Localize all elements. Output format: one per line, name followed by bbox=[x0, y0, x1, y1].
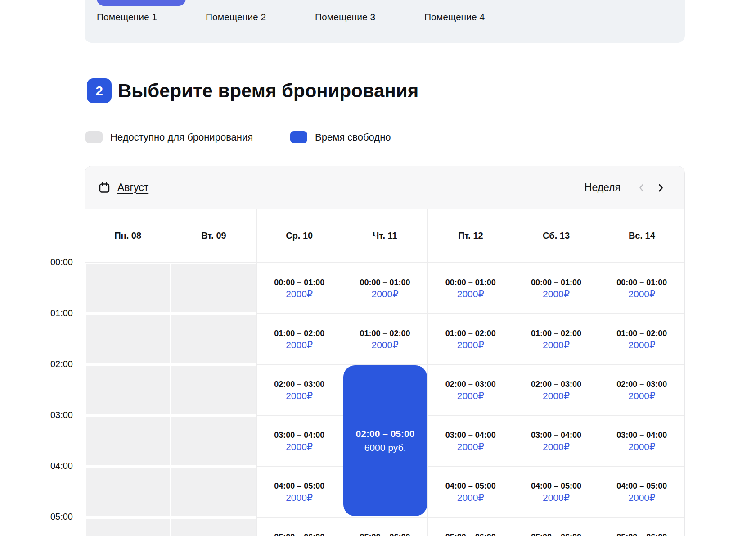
slot-cell[interactable]: 02:00 – 03:002000₽ bbox=[256, 365, 342, 416]
slot-cell[interactable]: 00:00 – 01:002000₽ bbox=[599, 263, 684, 314]
selected-slot-price: 6000 руб. bbox=[364, 442, 406, 453]
slot-cell[interactable]: 01:00 – 02:002000₽ bbox=[599, 314, 684, 365]
room-tab-1[interactable]: Помещение 1 bbox=[97, 12, 157, 23]
legend-unavailable: Недоступно для бронирования bbox=[86, 131, 253, 143]
day-header-row: Пн. 08Вт. 09Ср. 10Чт. 11Пт. 12Сб. 13Вс. … bbox=[85, 209, 684, 263]
slot-time-range: 02:00 – 03:00 bbox=[599, 380, 684, 389]
chevron-right-icon bbox=[655, 182, 666, 194]
slot-cell[interactable]: 05:00 – 06:002000₽ bbox=[428, 518, 513, 536]
slot-cell[interactable]: 04:00 – 05:002000₽ bbox=[428, 467, 513, 518]
slot-cell[interactable]: 04:00 – 05:002000₽ bbox=[599, 467, 684, 518]
slot-price: 2000₽ bbox=[513, 390, 598, 402]
slot-price: 2000₽ bbox=[513, 288, 598, 300]
chevron-left-icon bbox=[636, 182, 648, 194]
selected-slot-range: 02:00 – 05:00 bbox=[356, 428, 415, 439]
slot-time-range: 02:00 – 03:00 bbox=[513, 380, 598, 389]
slot-time-range: 05:00 – 06:00 bbox=[257, 532, 342, 536]
unavailable-block bbox=[171, 315, 255, 363]
slot-time-range: 01:00 – 02:00 bbox=[513, 329, 598, 338]
slot-price: 2000₽ bbox=[513, 491, 598, 504]
slot-cell[interactable]: 05:00 – 06:002000₽ bbox=[342, 518, 428, 536]
step-number-badge: 2 bbox=[87, 78, 112, 103]
slot-cell[interactable]: 04:00 – 05:002000₽ bbox=[513, 467, 598, 518]
next-week-button[interactable] bbox=[654, 182, 667, 194]
slot-price: 2000₽ bbox=[599, 491, 684, 504]
slot-price: 2000₽ bbox=[257, 339, 342, 351]
slot-cell-unavailable bbox=[171, 518, 256, 536]
slot-time-range: 04:00 – 05:00 bbox=[257, 481, 342, 491]
slot-cell[interactable]: 03:00 – 04:002000₽ bbox=[428, 416, 513, 467]
slot-cell[interactable]: 00:00 – 01:002000₽ bbox=[342, 263, 428, 314]
step-title: Выберите время бронирования bbox=[118, 78, 418, 103]
legend-unavailable-swatch bbox=[86, 131, 103, 143]
slot-cell-unavailable bbox=[85, 314, 171, 365]
slot-price: 2000₽ bbox=[599, 288, 684, 300]
slot-time-range: 04:00 – 05:00 bbox=[428, 481, 513, 491]
slot-time-range: 04:00 – 05:00 bbox=[513, 481, 598, 491]
time-axis-label: 00:00 bbox=[35, 256, 73, 268]
time-axis-label: 04:00 bbox=[35, 460, 73, 472]
slot-cell[interactable]: 03:00 – 04:002000₽ bbox=[256, 416, 342, 467]
slot-cell[interactable]: 01:00 – 02:002000₽ bbox=[342, 314, 428, 365]
slot-price: 2000₽ bbox=[257, 288, 342, 300]
selected-slot-block[interactable]: 02:00 – 05:00 6000 руб. bbox=[343, 365, 427, 516]
day-header-3: Ср. 10 bbox=[256, 209, 342, 262]
view-label: Неделя bbox=[585, 182, 621, 194]
slot-time-range: 03:00 – 04:00 bbox=[428, 431, 513, 440]
slot-cell-unavailable bbox=[171, 467, 256, 518]
unavailable-block bbox=[171, 366, 255, 414]
time-axis-label: 02:00 bbox=[35, 358, 73, 370]
slot-price: 2000₽ bbox=[599, 339, 684, 351]
room-tab-3[interactable]: Помещение 3 bbox=[315, 12, 375, 23]
slot-price: 2000₽ bbox=[428, 339, 513, 351]
slot-cell[interactable]: 01:00 – 02:002000₽ bbox=[513, 314, 598, 365]
slot-cell[interactable]: 05:00 – 06:002000₽ bbox=[599, 518, 684, 536]
slot-cell[interactable]: 02:00 – 03:002000₽ bbox=[428, 365, 513, 416]
legend-available-swatch bbox=[290, 131, 307, 143]
unavailable-block bbox=[86, 417, 170, 465]
month-label[interactable]: Август bbox=[117, 182, 148, 194]
slot-cell-unavailable bbox=[171, 314, 256, 365]
room-tab-2[interactable]: Помещение 2 bbox=[206, 12, 266, 23]
unavailable-block bbox=[86, 264, 170, 312]
slot-cell[interactable]: 03:00 – 04:002000₽ bbox=[599, 416, 684, 467]
day-header-6: Сб. 13 bbox=[513, 209, 598, 262]
slot-cell[interactable]: 00:00 – 01:002000₽ bbox=[513, 263, 598, 314]
slot-time-range: 00:00 – 01:00 bbox=[428, 278, 513, 287]
room-tab-4[interactable]: Помещение 4 bbox=[424, 12, 485, 23]
slot-cell[interactable]: 01:00 – 02:002000₽ bbox=[256, 314, 342, 365]
slot-cell[interactable]: 01:00 – 02:002000₽ bbox=[428, 314, 513, 365]
slot-cell[interactable]: 02:00 – 03:002000₽ bbox=[513, 365, 598, 416]
active-tab-pill[interactable] bbox=[97, 0, 186, 6]
slot-time-range: 01:00 – 02:00 bbox=[428, 329, 513, 338]
time-axis-label: 03:00 bbox=[35, 409, 73, 421]
slot-cell[interactable]: 03:00 – 04:002000₽ bbox=[513, 416, 598, 467]
slot-cell[interactable]: 00:00 – 01:002000₽ bbox=[428, 263, 513, 314]
prev-week-button[interactable] bbox=[635, 182, 648, 194]
slot-time-range: 00:00 – 01:00 bbox=[599, 278, 684, 287]
slot-price: 2000₽ bbox=[428, 441, 513, 453]
slot-cell[interactable]: 05:00 – 06:002000₽ bbox=[513, 518, 598, 536]
slot-price: 2000₽ bbox=[257, 390, 342, 402]
slot-cell-unavailable bbox=[171, 263, 256, 314]
day-header-2: Вт. 09 bbox=[171, 209, 256, 262]
slot-cell[interactable]: 00:00 – 01:002000₽ bbox=[256, 263, 342, 314]
booking-page: { "room_tabs": { "active_index": 0, "tab… bbox=[0, 0, 756, 536]
view-switcher: Неделя bbox=[585, 182, 667, 194]
slot-time-range: 01:00 – 02:00 bbox=[342, 329, 428, 338]
slot-time-range: 03:00 – 04:00 bbox=[257, 431, 342, 440]
slot-cell-unavailable bbox=[171, 365, 256, 416]
slot-cell[interactable]: 04:00 – 05:002000₽ bbox=[256, 467, 342, 518]
slot-time-range: 04:00 – 05:00 bbox=[599, 481, 684, 491]
slot-time-range: 03:00 – 04:00 bbox=[513, 431, 598, 440]
slot-cell[interactable]: 02:00 – 03:002000₽ bbox=[599, 365, 684, 416]
slot-cell-unavailable bbox=[85, 365, 171, 416]
time-axis-label: 01:00 bbox=[35, 307, 73, 319]
month-link[interactable]: Август bbox=[99, 182, 148, 194]
unavailable-block bbox=[86, 366, 170, 414]
slot-price: 2000₽ bbox=[257, 441, 342, 453]
room-tabs-panel: Помещение 1Помещение 2Помещение 3Помещен… bbox=[85, 0, 685, 43]
unavailable-block bbox=[171, 264, 255, 312]
slot-price: 2000₽ bbox=[342, 288, 428, 300]
slot-cell[interactable]: 05:00 – 06:002000₽ bbox=[256, 518, 342, 536]
